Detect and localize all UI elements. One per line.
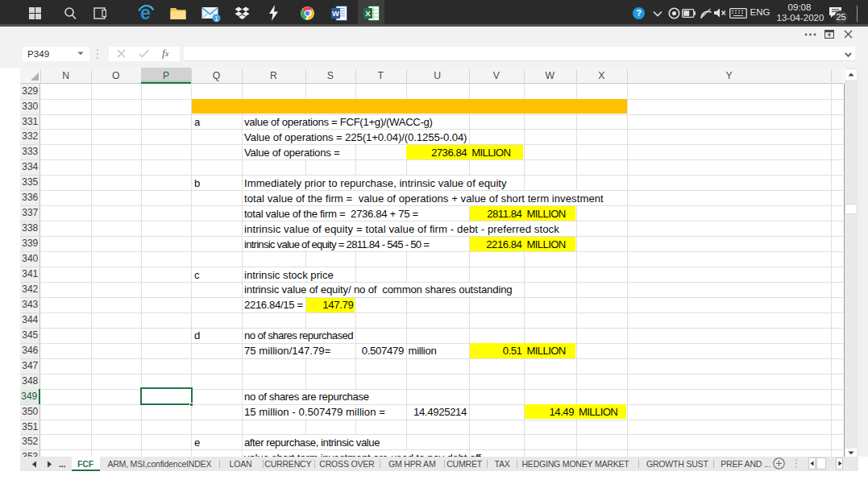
svg-text:W: W — [332, 9, 339, 18]
svg-text:1: 1 — [214, 14, 218, 23]
svg-text:X: X — [365, 9, 371, 18]
